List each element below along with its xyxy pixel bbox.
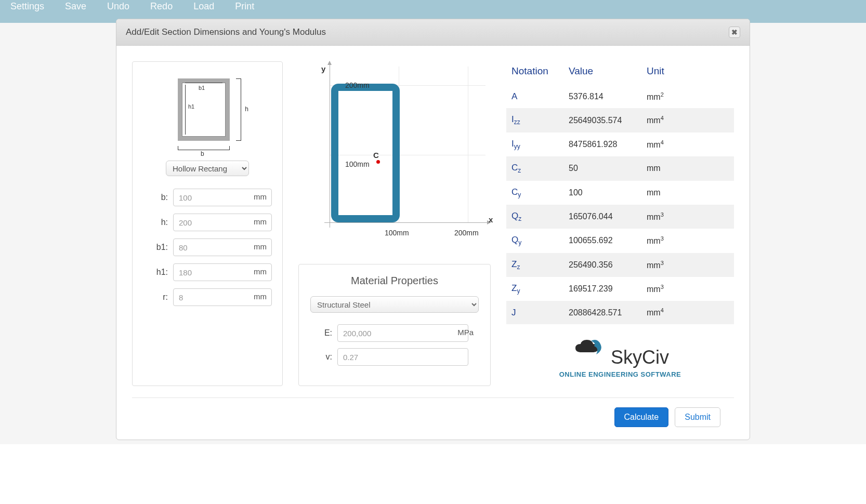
section-shape (331, 84, 400, 222)
menu-print[interactable]: Print (235, 1, 254, 12)
material-select[interactable]: Structural Steel (310, 296, 479, 313)
prop-notation: Cy (506, 181, 563, 205)
prop-notation: Cz (506, 156, 563, 180)
shape-type-select[interactable]: Hollow Rectang (166, 161, 249, 176)
prop-notation: Iyy (506, 132, 563, 156)
table-row: Cz50mm (506, 156, 734, 180)
prop-unit: mm (641, 181, 734, 205)
shape-panel: b1 h1 h b Hollow Rectang b: mm h: (132, 61, 283, 386)
prop-unit: mm4 (641, 108, 734, 132)
diagram-h1-label: h1 (188, 103, 194, 110)
dim-b-label: b: (143, 193, 168, 202)
logo: SkyCiv ONLINE ENGINEERING SOFTWARE (506, 337, 734, 378)
prop-unit: mm4 (641, 301, 734, 324)
prop-unit: mm (641, 156, 734, 180)
menu-save[interactable]: Save (65, 1, 86, 12)
table-row: Qy100655.692mm3 (506, 229, 734, 253)
dim-r-unit: mm (254, 292, 267, 301)
section-dialog: Add/Edit Section Dimensions and Young's … (116, 19, 750, 440)
prop-notation: Zy (506, 277, 563, 301)
prop-notation: Qz (506, 205, 563, 229)
menu-undo[interactable]: Undo (107, 1, 129, 12)
close-button[interactable]: ✖ (729, 26, 740, 38)
mat-v-label: v: (310, 352, 332, 362)
x-tick-100: 100mm (385, 229, 409, 237)
col-notation: Notation (506, 61, 563, 85)
dialog-header: Add/Edit Section Dimensions and Young's … (116, 19, 750, 46)
submit-button[interactable]: Submit (675, 407, 720, 427)
prop-value: 8475861.928 (563, 132, 641, 156)
menu-redo[interactable]: Redo (150, 1, 173, 12)
mat-e-label: E: (310, 328, 332, 338)
dim-b1-label: b1: (143, 243, 168, 252)
calculate-button[interactable]: Calculate (614, 407, 669, 427)
dim-b1-unit: mm (254, 242, 267, 251)
table-row: A5376.814mm2 (506, 85, 734, 108)
centroid-label: C (373, 151, 379, 160)
prop-notation: A (506, 85, 563, 108)
close-icon: ✖ (731, 28, 738, 36)
table-row: Qz165076.044mm3 (506, 205, 734, 229)
menu-load[interactable]: Load (193, 1, 214, 12)
prop-value: 100 (563, 181, 641, 205)
centroid-marker (376, 160, 380, 164)
menu-settings[interactable]: Settings (10, 1, 44, 12)
dim-h1-label: h1: (143, 268, 168, 277)
material-title: Material Properties (310, 275, 479, 287)
prop-notation: Qy (506, 229, 563, 253)
dialog-footer: Calculate Submit (132, 397, 734, 440)
prop-value: 256490.356 (563, 253, 641, 277)
prop-unit: mm3 (641, 229, 734, 253)
mat-e-unit: MPa (457, 328, 474, 337)
prop-value: 100655.692 (563, 229, 641, 253)
table-row: Zz256490.356mm3 (506, 253, 734, 277)
dim-h-unit: mm (254, 217, 267, 226)
prop-unit: mm3 (641, 253, 734, 277)
table-row: Zy169517.239mm3 (506, 277, 734, 301)
prop-notation: J (506, 301, 563, 324)
prop-value: 169517.239 (563, 277, 641, 301)
properties-table: Notation Value Unit A5376.814mm2Izz25649… (506, 61, 734, 324)
col-value: Value (563, 61, 641, 85)
table-row: J20886428.571mm4 (506, 301, 734, 324)
section-preview: y x C 100mm 200mm 100mm 200mm (298, 61, 491, 248)
prop-value: 5376.814 (563, 85, 641, 108)
table-row: Izz25649035.574mm4 (506, 108, 734, 132)
prop-unit: mm3 (641, 277, 734, 301)
dim-h1-unit: mm (254, 267, 267, 276)
properties-panel: Notation Value Unit A5376.814mm2Izz25649… (506, 61, 734, 386)
x-tick-200: 200mm (454, 229, 479, 237)
prop-unit: mm3 (641, 205, 734, 229)
prop-value: 50 (563, 156, 641, 180)
dialog-title: Add/Edit Section Dimensions and Young's … (126, 27, 326, 37)
prop-value: 25649035.574 (563, 108, 641, 132)
y-tick-200: 200mm (345, 81, 370, 89)
table-row: Iyy8475861.928mm4 (506, 132, 734, 156)
mat-e-input[interactable] (337, 324, 468, 342)
dim-r-label: r: (143, 293, 168, 302)
shape-diagram: b1 h1 h b (174, 72, 241, 150)
prop-unit: mm2 (641, 85, 734, 108)
col-unit: Unit (641, 61, 734, 85)
mat-v-input[interactable] (337, 348, 468, 366)
skyciv-logo-icon (571, 337, 608, 360)
logo-tagline: ONLINE ENGINEERING SOFTWARE (506, 370, 734, 378)
x-axis-label: x (489, 215, 493, 224)
prop-unit: mm4 (641, 132, 734, 156)
preview-panel: y x C 100mm 200mm 100mm 200mm Material P… (298, 61, 491, 386)
prop-value: 20886428.571 (563, 301, 641, 324)
table-row: Cy100mm (506, 181, 734, 205)
prop-notation: Izz (506, 108, 563, 132)
prop-notation: Zz (506, 253, 563, 277)
prop-value: 165076.044 (563, 205, 641, 229)
logo-text: SkyCiv (611, 347, 669, 368)
diagram-b1-label: b1 (199, 85, 205, 91)
diagram-b-label: b (201, 150, 204, 157)
dim-b-unit: mm (254, 192, 267, 201)
dim-h-label: h: (143, 218, 168, 227)
diagram-h-label: h (245, 105, 248, 113)
material-panel: Material Properties Structural Steel E: … (298, 264, 491, 386)
y-tick-100: 100mm (345, 160, 370, 168)
y-axis-label: y (321, 64, 325, 73)
